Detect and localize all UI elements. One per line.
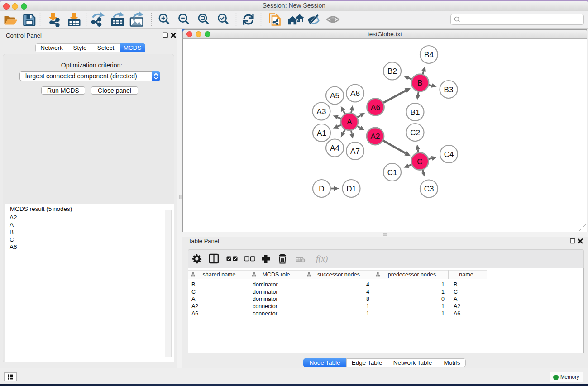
svg-text:A7: A7 <box>350 147 360 156</box>
svg-text:C: C <box>191 289 196 295</box>
svg-text:C1: C1 <box>387 168 397 177</box>
svg-text:1: 1 <box>366 310 369 317</box>
svg-text:B1: B1 <box>411 108 420 117</box>
svg-text:connector: connector <box>253 310 277 317</box>
svg-text:C2: C2 <box>410 129 420 137</box>
svg-text:8: 8 <box>366 296 369 302</box>
svg-text:B: B <box>454 281 457 288</box>
svg-text:name: name <box>459 272 473 278</box>
svg-text:dominator: dominator <box>253 281 278 288</box>
svg-text:4: 4 <box>366 281 369 288</box>
svg-text:C: C <box>454 289 458 295</box>
svg-text:1: 1 <box>441 303 445 310</box>
svg-text:D1: D1 <box>346 185 356 193</box>
svg-text:A6: A6 <box>371 103 380 112</box>
svg-text:0: 0 <box>441 296 445 302</box>
svg-text:C3: C3 <box>424 185 434 193</box>
svg-text:4: 4 <box>366 289 369 295</box>
svg-text:A2: A2 <box>371 132 380 141</box>
svg-text:B2: B2 <box>387 67 397 76</box>
svg-text:A2: A2 <box>454 303 460 310</box>
svg-text:B: B <box>417 79 422 87</box>
svg-text:C4: C4 <box>444 150 454 159</box>
svg-text:A6: A6 <box>454 310 460 317</box>
svg-text:B3: B3 <box>444 86 454 94</box>
svg-text:1: 1 <box>366 303 369 310</box>
svg-text:dominator: dominator <box>253 296 278 302</box>
svg-text:A3: A3 <box>317 107 326 116</box>
svg-text:C: C <box>417 157 422 166</box>
svg-text:connector: connector <box>253 303 277 310</box>
svg-text:1: 1 <box>441 310 445 317</box>
svg-text:A5: A5 <box>330 91 339 100</box>
svg-text:dominator: dominator <box>253 289 278 295</box>
svg-text:D: D <box>319 185 324 193</box>
svg-text:MCDS role: MCDS role <box>262 272 290 278</box>
svg-text:f(x): f(x) <box>316 254 328 264</box>
svg-text:1: 1 <box>441 289 445 295</box>
svg-text:A: A <box>347 118 352 126</box>
svg-text:1: 1 <box>441 281 445 288</box>
svg-text:A: A <box>454 296 458 302</box>
svg-text:B4: B4 <box>424 51 434 59</box>
svg-text:A: A <box>191 296 196 302</box>
svg-text:B: B <box>191 281 195 288</box>
svg-text:shared name: shared name <box>203 272 236 278</box>
svg-text:A4: A4 <box>330 144 339 152</box>
svg-text:successor nodes: successor nodes <box>317 272 360 278</box>
svg-text:predecessor nodes: predecessor nodes <box>388 272 436 278</box>
svg-text:A6: A6 <box>191 310 198 317</box>
svg-text:A1: A1 <box>317 129 326 138</box>
svg-text:A2: A2 <box>191 303 198 310</box>
svg-text:A8: A8 <box>350 89 360 98</box>
